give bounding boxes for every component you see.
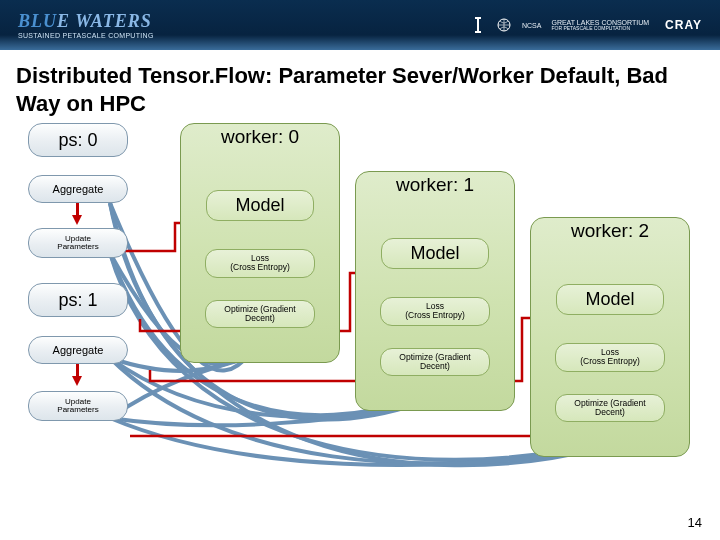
ps0-update: Update Parameters — [28, 228, 128, 258]
ncsa-text: NCSA — [522, 22, 541, 29]
worker1-inner: Model Loss (Cross Entropy) Optimize (Gra… — [356, 196, 514, 384]
worker2-title: worker: 2 — [531, 220, 689, 242]
worker2-model: Model — [556, 284, 663, 315]
worker1-model: Model — [381, 238, 488, 269]
diagram-canvas: ps: 0 Aggregate Update Parameters ps: 1 … — [0, 123, 720, 540]
worker0-box: worker: 0 Model Loss (Cross Entropy) Opt… — [180, 123, 340, 363]
ps1-label: ps: 1 — [28, 283, 128, 317]
ps1-aggregate-text: Aggregate — [53, 344, 104, 356]
arrow-down-icon — [72, 376, 82, 386]
logo-blue: BLU — [18, 11, 57, 31]
cray-logo: CRAY — [665, 18, 702, 32]
worker1-title: worker: 1 — [356, 174, 514, 196]
globe-icon — [496, 17, 512, 33]
worker0-title: worker: 0 — [181, 126, 339, 148]
logo-tagline: SUSTAINED PETASCALE COMPUTING — [18, 32, 154, 39]
ps0-aggregate-text: Aggregate — [53, 183, 104, 195]
logo-text: BLUE WATERS — [18, 11, 154, 32]
logo-block: BLUE WATERS SUSTAINED PETASCALE COMPUTIN… — [18, 11, 154, 39]
ps0-aggregate: Aggregate — [28, 175, 128, 203]
page-number: 14 — [688, 515, 702, 530]
worker1-box: worker: 1 Model Loss (Cross Entropy) Opt… — [355, 171, 515, 411]
worker0-inner: Model Loss (Cross Entropy) Optimize (Gra… — [181, 148, 339, 336]
worker2-loss: Loss (Cross Entropy) — [555, 343, 665, 372]
partner-logos: NCSA GREAT LAKES CONSORTIUM FOR PETASCAL… — [470, 17, 702, 33]
ps0-label-text: ps: 0 — [58, 130, 97, 151]
ps0-update-text: Update Parameters — [57, 235, 98, 252]
worker1-loss: Loss (Cross Entropy) — [380, 297, 490, 326]
worker1-optimize: Optimize (Gradient Decent) — [380, 348, 490, 377]
ps1-label-text: ps: 1 — [58, 290, 97, 311]
ps1-aggregate: Aggregate — [28, 336, 128, 364]
header-bar: BLUE WATERS SUSTAINED PETASCALE COMPUTIN… — [0, 0, 720, 50]
svg-rect-2 — [475, 31, 481, 33]
illinois-icon — [470, 17, 486, 33]
arrow-down-icon — [72, 215, 82, 225]
worker2-inner: Model Loss (Cross Entropy) Optimize (Gra… — [531, 242, 689, 430]
worker2-box: worker: 2 Model Loss (Cross Entropy) Opt… — [530, 217, 690, 457]
worker2-optimize: Optimize (Gradient Decent) — [555, 394, 665, 423]
slide-title: Distributed Tensor.Flow: Parameter Sever… — [0, 50, 720, 123]
ps0-label: ps: 0 — [28, 123, 128, 157]
ps1-update: Update Parameters — [28, 391, 128, 421]
consortium-line2: FOR PETASCALE COMPUTATION — [551, 26, 649, 31]
logo-rest: E WATERS — [57, 11, 152, 31]
consortium-block: GREAT LAKES CONSORTIUM FOR PETASCALE COM… — [551, 19, 649, 31]
worker0-model: Model — [206, 190, 313, 221]
worker0-optimize: Optimize (Gradient Decent) — [205, 300, 315, 329]
worker0-loss: Loss (Cross Entropy) — [205, 249, 315, 278]
ps1-update-text: Update Parameters — [57, 398, 98, 415]
svg-rect-1 — [477, 17, 479, 33]
